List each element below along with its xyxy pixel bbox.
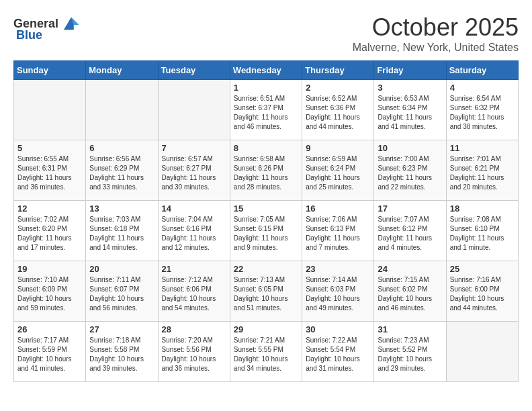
calendar-day-cell: 16Sunrise: 7:06 AM Sunset: 6:13 PM Dayli… (302, 201, 374, 261)
calendar-day-cell (158, 80, 230, 140)
day-number: 17 (378, 203, 442, 214)
day-number: 10 (378, 143, 442, 153)
calendar-day-cell: 29Sunrise: 7:21 AM Sunset: 5:55 PM Dayli… (230, 322, 302, 382)
day-info: Sunrise: 7:22 AM Sunset: 5:54 PM Dayligh… (306, 336, 370, 373)
calendar-day-cell: 15Sunrise: 7:05 AM Sunset: 6:15 PM Dayli… (230, 201, 302, 261)
day-info: Sunrise: 7:04 AM Sunset: 6:16 PM Dayligh… (162, 215, 226, 253)
month-title: October 2025 (353, 13, 519, 42)
day-number: 15 (234, 203, 298, 214)
day-number: 7 (162, 143, 226, 153)
day-number: 4 (450, 83, 515, 93)
calendar-day-header: Sunday (14, 61, 86, 80)
calendar-day-cell: 5Sunrise: 6:55 AM Sunset: 6:31 PM Daylig… (14, 140, 86, 201)
day-info: Sunrise: 7:00 AM Sunset: 6:23 PM Dayligh… (378, 154, 442, 192)
calendar-table: SundayMondayTuesdayWednesdayThursdayFrid… (13, 60, 519, 382)
calendar-day-cell: 4Sunrise: 6:54 AM Sunset: 6:32 PM Daylig… (446, 80, 518, 140)
calendar-day-cell: 25Sunrise: 7:16 AM Sunset: 6:00 PM Dayli… (446, 261, 518, 322)
calendar-day-cell: 31Sunrise: 7:23 AM Sunset: 5:52 PM Dayli… (374, 322, 446, 382)
day-info: Sunrise: 7:16 AM Sunset: 6:00 PM Dayligh… (450, 275, 515, 313)
calendar-week-row: 26Sunrise: 7:17 AM Sunset: 5:59 PM Dayli… (14, 322, 519, 382)
day-number: 26 (17, 324, 82, 334)
calendar-day-cell (446, 322, 518, 382)
calendar-day-cell: 21Sunrise: 7:12 AM Sunset: 6:06 PM Dayli… (158, 261, 230, 322)
calendar-day-header: Thursday (302, 61, 374, 80)
calendar-day-cell: 9Sunrise: 6:59 AM Sunset: 6:24 PM Daylig… (302, 140, 374, 201)
calendar-day-cell: 23Sunrise: 7:14 AM Sunset: 6:03 PM Dayli… (302, 261, 374, 322)
day-number: 29 (234, 324, 298, 334)
day-number: 12 (17, 203, 82, 214)
calendar-day-cell: 14Sunrise: 7:04 AM Sunset: 6:16 PM Dayli… (158, 201, 230, 261)
day-number: 11 (450, 143, 515, 153)
day-number: 14 (162, 203, 226, 214)
calendar-day-cell (86, 80, 158, 140)
day-info: Sunrise: 7:11 AM Sunset: 6:07 PM Dayligh… (89, 275, 154, 313)
day-info: Sunrise: 7:07 AM Sunset: 6:12 PM Dayligh… (378, 215, 442, 253)
day-number: 19 (17, 264, 82, 274)
calendar-day-cell: 6Sunrise: 6:56 AM Sunset: 6:29 PM Daylig… (86, 140, 158, 201)
calendar-day-cell: 10Sunrise: 7:00 AM Sunset: 6:23 PM Dayli… (374, 140, 446, 201)
calendar-day-header: Monday (86, 61, 158, 80)
day-info: Sunrise: 6:56 AM Sunset: 6:29 PM Dayligh… (89, 154, 154, 192)
day-number: 13 (89, 203, 154, 214)
title-area: October 2025 Malverne, New York, United … (353, 13, 519, 54)
day-number: 22 (234, 264, 298, 274)
calendar-day-cell: 8Sunrise: 6:58 AM Sunset: 6:26 PM Daylig… (230, 140, 302, 201)
day-number: 27 (89, 324, 154, 334)
calendar-day-cell (14, 80, 86, 140)
day-info: Sunrise: 7:03 AM Sunset: 6:18 PM Dayligh… (89, 215, 154, 253)
day-info: Sunrise: 6:59 AM Sunset: 6:24 PM Dayligh… (306, 154, 370, 192)
calendar-day-cell: 13Sunrise: 7:03 AM Sunset: 6:18 PM Dayli… (86, 201, 158, 261)
calendar-day-cell: 3Sunrise: 6:53 AM Sunset: 6:34 PM Daylig… (374, 80, 446, 140)
calendar-day-header: Tuesday (158, 61, 230, 80)
calendar-day-cell: 17Sunrise: 7:07 AM Sunset: 6:12 PM Dayli… (374, 201, 446, 261)
calendar-day-cell: 26Sunrise: 7:17 AM Sunset: 5:59 PM Dayli… (14, 322, 86, 382)
day-number: 20 (89, 264, 154, 274)
calendar-day-cell: 27Sunrise: 7:18 AM Sunset: 5:58 PM Dayli… (86, 322, 158, 382)
day-info: Sunrise: 7:01 AM Sunset: 6:21 PM Dayligh… (450, 154, 515, 192)
logo: General Blue (13, 13, 81, 42)
day-info: Sunrise: 7:20 AM Sunset: 5:56 PM Dayligh… (162, 336, 226, 373)
page-header: General Blue October 2025 Malverne, New … (13, 13, 519, 54)
day-number: 21 (162, 264, 226, 274)
calendar-header-row: SundayMondayTuesdayWednesdayThursdayFrid… (14, 61, 519, 80)
day-info: Sunrise: 7:17 AM Sunset: 5:59 PM Dayligh… (17, 336, 82, 373)
day-number: 3 (378, 83, 442, 93)
day-number: 25 (450, 264, 515, 274)
calendar-day-cell: 19Sunrise: 7:10 AM Sunset: 6:09 PM Dayli… (14, 261, 86, 322)
day-number: 2 (306, 83, 370, 93)
day-number: 24 (378, 264, 442, 274)
calendar-day-cell: 22Sunrise: 7:13 AM Sunset: 6:05 PM Dayli… (230, 261, 302, 322)
day-info: Sunrise: 7:06 AM Sunset: 6:13 PM Dayligh… (306, 215, 370, 253)
day-info: Sunrise: 6:57 AM Sunset: 6:27 PM Dayligh… (162, 154, 226, 192)
calendar-day-cell: 24Sunrise: 7:15 AM Sunset: 6:02 PM Dayli… (374, 261, 446, 322)
calendar-week-row: 19Sunrise: 7:10 AM Sunset: 6:09 PM Dayli… (14, 261, 519, 322)
calendar-day-cell: 12Sunrise: 7:02 AM Sunset: 6:20 PM Dayli… (14, 201, 86, 261)
logo-blue-text: Blue (16, 28, 42, 42)
day-number: 30 (306, 324, 370, 334)
day-number: 18 (450, 203, 515, 214)
calendar-day-cell: 1Sunrise: 6:51 AM Sunset: 6:37 PM Daylig… (230, 80, 302, 140)
day-info: Sunrise: 7:08 AM Sunset: 6:10 PM Dayligh… (450, 215, 515, 253)
location: Malverne, New York, United States (353, 42, 519, 54)
day-number: 28 (162, 324, 226, 334)
calendar-week-row: 12Sunrise: 7:02 AM Sunset: 6:20 PM Dayli… (14, 201, 519, 261)
day-info: Sunrise: 7:23 AM Sunset: 5:52 PM Dayligh… (378, 336, 442, 373)
day-number: 5 (17, 143, 82, 153)
calendar-day-cell: 30Sunrise: 7:22 AM Sunset: 5:54 PM Dayli… (302, 322, 374, 382)
calendar-day-cell: 2Sunrise: 6:52 AM Sunset: 6:36 PM Daylig… (302, 80, 374, 140)
calendar-week-row: 5Sunrise: 6:55 AM Sunset: 6:31 PM Daylig… (14, 140, 519, 201)
day-info: Sunrise: 7:18 AM Sunset: 5:58 PM Dayligh… (89, 336, 154, 373)
day-info: Sunrise: 6:58 AM Sunset: 6:26 PM Dayligh… (234, 154, 298, 192)
calendar-week-row: 1Sunrise: 6:51 AM Sunset: 6:37 PM Daylig… (14, 80, 519, 140)
calendar-day-header: Friday (374, 61, 446, 80)
calendar-day-cell: 20Sunrise: 7:11 AM Sunset: 6:07 PM Dayli… (86, 261, 158, 322)
calendar-day-header: Wednesday (230, 61, 302, 80)
calendar-day-header: Saturday (446, 61, 518, 80)
day-number: 8 (234, 143, 298, 153)
day-number: 1 (234, 83, 298, 93)
day-info: Sunrise: 6:53 AM Sunset: 6:34 PM Dayligh… (378, 94, 442, 132)
day-info: Sunrise: 7:14 AM Sunset: 6:03 PM Dayligh… (306, 275, 370, 313)
day-info: Sunrise: 7:21 AM Sunset: 5:55 PM Dayligh… (234, 336, 298, 373)
logo-icon (61, 13, 81, 34)
day-info: Sunrise: 6:52 AM Sunset: 6:36 PM Dayligh… (306, 94, 370, 132)
